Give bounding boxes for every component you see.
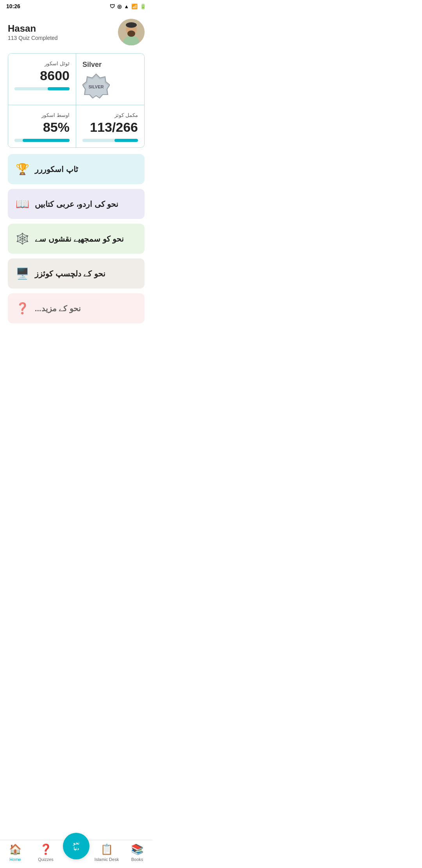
battery-icon: 🔋: [140, 4, 146, 9]
silver-badge-icon: SILVER: [82, 72, 110, 99]
avatar: [118, 19, 145, 45]
stats-grid: ٹوٹل اسکور 8600 Silver SILVER اوسط اسکور…: [8, 53, 145, 148]
header: Hasan 113 Quiz Completed: [0, 13, 152, 50]
diagrams-card[interactable]: نحو کو سمجھیے نقشوں سے 🕸️: [8, 224, 145, 254]
completed-label: مکمل کوئز: [82, 112, 138, 118]
wifi-icon: ▲: [124, 4, 129, 9]
svg-point-4: [126, 22, 137, 28]
badge-label: Silver: [82, 61, 102, 69]
top-scorers-label: ٹاپ اسکوررر: [35, 165, 78, 174]
status-bar: 10:26 🛡 ◎ ▲ 📶 🔋: [0, 0, 152, 13]
signal-icon: 📶: [131, 4, 138, 9]
completed-value: 113/266: [82, 120, 138, 135]
total-score-bar-fill: [48, 87, 70, 90]
more-card[interactable]: نحو کے مزید... ❓: [8, 293, 145, 323]
avg-score-cell: اوسط اسکور 85%: [8, 105, 76, 147]
user-subtitle: 113 Quiz Completed: [8, 35, 58, 41]
top-scorers-card[interactable]: ٹاپ اسکوررر 🏆: [8, 154, 145, 184]
avg-score-label: اوسط اسکور: [14, 112, 70, 118]
badge-cell: Silver SILVER: [76, 54, 144, 105]
quizzes-card[interactable]: نحو کے دلچسپ کوئزز 🖥️: [8, 258, 145, 289]
avg-score-value: 85%: [14, 120, 70, 135]
total-score-cell: ٹوٹل اسکور 8600: [8, 54, 76, 105]
completed-bar-bg: [82, 139, 138, 142]
quizzes-label: نحو کے دلچسپ کوئزز: [35, 269, 106, 278]
quizzes-icon: 🖥️: [16, 267, 29, 280]
top-scorers-icon: 🏆: [16, 163, 29, 176]
svg-text:SILVER: SILVER: [89, 84, 104, 89]
avg-score-bar-bg: [14, 139, 70, 142]
total-score-value: 8600: [14, 68, 70, 83]
more-icon: ❓: [16, 302, 29, 315]
books-card[interactable]: نحو کی اردو، عربی کتابیں 📖: [8, 189, 145, 219]
completed-bar-fill: [114, 139, 138, 142]
diagrams-icon: 🕸️: [16, 232, 29, 245]
avg-score-bar-fill: [23, 139, 70, 142]
completed-cell: مکمل کوئز 113/266: [76, 105, 144, 147]
user-name: Hasan: [8, 23, 58, 34]
books-label: نحو کی اردو، عربی کتابیں: [35, 199, 118, 209]
diagrams-label: نحو کو سمجھیے نقشوں سے: [35, 234, 124, 244]
books-icon: 📖: [16, 197, 29, 210]
total-score-bar-bg: [14, 87, 70, 90]
feature-cards-section: ٹاپ اسکوررر 🏆 نحو کی اردو، عربی کتابیں 📖…: [0, 154, 152, 323]
svg-point-3: [127, 30, 135, 37]
more-label: نحو کے مزید...: [35, 304, 81, 313]
shield-icon: 🛡: [110, 4, 115, 9]
total-score-label: ٹوٹل اسکور: [14, 61, 70, 66]
status-icons: 🛡 ◎ ▲ 📶 🔋: [110, 4, 146, 9]
camera-icon: ◎: [117, 4, 122, 9]
status-time: 10:26: [6, 3, 20, 9]
